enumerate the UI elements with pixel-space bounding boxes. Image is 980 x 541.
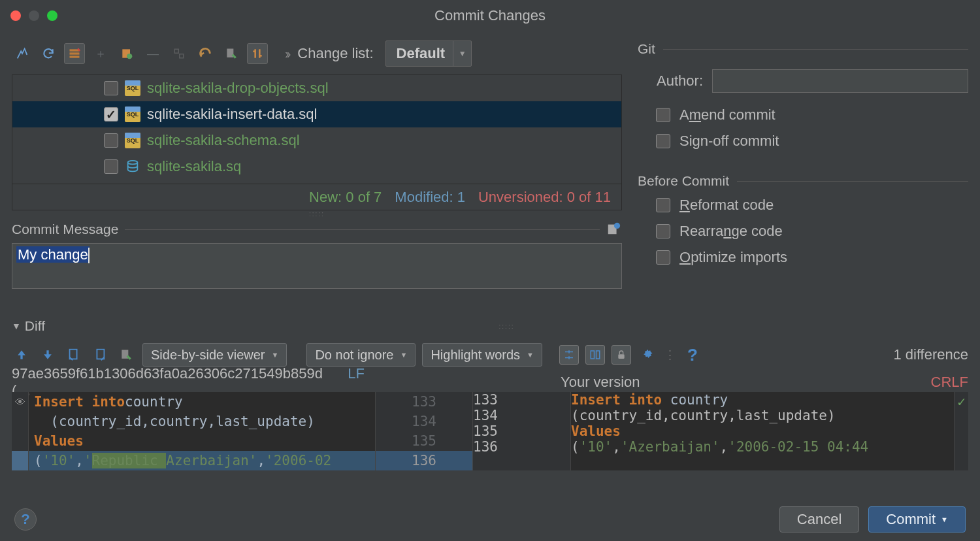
- accept-left-icon[interactable]: [64, 345, 84, 365]
- before-commit-section-label: Before Commit: [638, 173, 729, 189]
- preview-diff-icon[interactable]: [247, 43, 268, 64]
- optimize-option[interactable]: Optimize imports: [638, 244, 968, 270]
- window-controls: [10, 10, 57, 21]
- sync-scroll-icon[interactable]: [585, 345, 605, 365]
- diff-viewer: 👁 Insert into country (country_id,countr…: [12, 392, 968, 470]
- changes-summary: New: 0 of 7 Modified: 1 Unversioned: 0 o…: [12, 184, 622, 210]
- file-row[interactable]: sqlite-sakila.sq: [12, 154, 621, 180]
- show-diff-icon[interactable]: [12, 43, 33, 64]
- file-checkbox[interactable]: ✓: [104, 107, 118, 122]
- right-encoding: CRLF: [931, 374, 968, 391]
- svg-rect-1: [70, 52, 80, 54]
- changelist-label: Change list:: [297, 45, 373, 62]
- author-label: Author:: [638, 73, 703, 90]
- lock-icon[interactable]: [612, 345, 631, 365]
- signoff-checkbox[interactable]: [656, 134, 670, 148]
- svg-rect-17: [618, 354, 624, 359]
- right-line-numbers: 133 134 135 136: [473, 392, 571, 470]
- summary-new: New: 0 of 7: [309, 189, 382, 206]
- expand-all-icon[interactable]: ＋: [90, 43, 111, 64]
- minimize-window-button[interactable]: [29, 10, 39, 21]
- left-line-numbers: 133 134 135 136: [375, 392, 473, 470]
- collapse-icon[interactable]: —: [142, 43, 163, 64]
- commit-message-header: Commit Message: [12, 220, 622, 239]
- svg-point-9: [128, 161, 138, 165]
- checkmark-icon[interactable]: ✓: [955, 392, 968, 412]
- file-checkbox[interactable]: [104, 159, 118, 174]
- group-by-directory-icon[interactable]: [64, 43, 85, 64]
- reformat-option[interactable]: Reformat code: [638, 192, 968, 218]
- reformat-checkbox[interactable]: [656, 198, 670, 212]
- sql-file-icon: SQL: [125, 133, 140, 148]
- signoff-label: Sign-off commit: [679, 133, 779, 150]
- signoff-commit-option[interactable]: Sign-off commit: [638, 128, 968, 154]
- settings-gear-icon[interactable]: [638, 345, 657, 365]
- changes-file-list: SQL sqlite-sakila-drop-objects.sql ✓ SQL…: [12, 74, 622, 184]
- file-checkbox[interactable]: [104, 133, 118, 148]
- prev-diff-icon[interactable]: [12, 345, 31, 365]
- resize-grip[interactable]: :::::: [12, 210, 622, 217]
- help-button[interactable]: ?: [14, 508, 37, 531]
- rearrange-label: Rearrange code: [679, 223, 783, 240]
- changelist-icon[interactable]: [116, 43, 137, 64]
- file-row[interactable]: SQL sqlite-sakila-drop-objects.sql: [12, 75, 621, 101]
- commit-button[interactable]: Commit▼: [868, 506, 966, 533]
- svg-point-5: [127, 54, 132, 59]
- edit-source-icon[interactable]: [221, 43, 242, 64]
- amend-commit-option[interactable]: Amend commit: [638, 102, 968, 128]
- svg-rect-2: [70, 56, 80, 57]
- rearrange-option[interactable]: Rearrange code: [638, 218, 968, 244]
- collapse-triangle-icon: ▼: [12, 321, 21, 331]
- zoom-window-button[interactable]: [47, 10, 57, 21]
- right-diff-pane[interactable]: Insert into country (country_id,country,…: [571, 392, 954, 470]
- amend-label: Amend commit: [679, 107, 776, 123]
- right-revision-label: Your version: [561, 374, 640, 391]
- refresh-icon[interactable]: [38, 43, 59, 64]
- changelist-value: Default: [397, 45, 446, 62]
- chevron-down-icon: ▼: [453, 41, 471, 66]
- cancel-button[interactable]: Cancel: [779, 506, 859, 533]
- titlebar: Commit Changes: [0, 0, 980, 31]
- file-name: sqlite-sakila.sq: [147, 158, 241, 175]
- svg-rect-15: [591, 351, 594, 359]
- edit-icon[interactable]: [116, 345, 136, 365]
- commit-message-text: My change: [16, 246, 90, 263]
- ignore-select[interactable]: Do not ignore▼: [306, 343, 416, 367]
- commit-message-label: Commit Message: [12, 221, 118, 237]
- summary-modified: Modified: 1: [395, 189, 465, 206]
- svg-rect-6: [174, 49, 178, 53]
- database-file-icon: [125, 159, 140, 174]
- resize-grip[interactable]: :::::: [499, 323, 515, 330]
- window-title: Commit Changes: [434, 7, 546, 24]
- changes-toolbar: ＋ — ›› Change list: Default ▼: [12, 38, 622, 69]
- summary-unversioned: Unversioned: 0 of 11: [478, 189, 611, 206]
- help-icon[interactable]: ?: [683, 345, 702, 365]
- file-checkbox[interactable]: [104, 81, 118, 95]
- left-diff-pane[interactable]: Insert into country (country_id,country,…: [29, 392, 375, 470]
- message-history-icon[interactable]: [606, 221, 622, 237]
- collapse-unchanged-icon[interactable]: [559, 345, 579, 365]
- highlight-select[interactable]: Highlight words▼: [422, 343, 542, 367]
- inspections-eye-icon[interactable]: 👁: [12, 392, 28, 412]
- file-row[interactable]: SQL sqlite-sakila-schema.sql: [12, 127, 621, 154]
- right-gutter: ✓: [954, 392, 968, 470]
- amend-checkbox[interactable]: [656, 108, 670, 122]
- git-section-label: Git: [638, 41, 655, 57]
- author-input[interactable]: [712, 69, 968, 93]
- file-row[interactable]: ✓ SQL sqlite-sakila-insert-data.sql: [12, 101, 621, 127]
- toggle-checkboxes-icon[interactable]: [169, 43, 189, 64]
- diff-section-header[interactable]: ▼ Diff :::::: [0, 315, 980, 337]
- rollback-icon[interactable]: [195, 43, 216, 64]
- changelist-select[interactable]: Default ▼: [385, 41, 472, 67]
- close-window-button[interactable]: [10, 10, 21, 21]
- reformat-label: Reformat code: [679, 197, 774, 214]
- accept-right-icon[interactable]: [90, 345, 110, 365]
- next-diff-icon[interactable]: [38, 345, 57, 365]
- svg-rect-7: [180, 54, 184, 58]
- rearrange-checkbox[interactable]: [656, 224, 670, 238]
- viewer-mode-select[interactable]: Side-by-side viewer▼: [142, 343, 287, 367]
- commit-message-input[interactable]: My change: [12, 243, 622, 289]
- optimize-checkbox[interactable]: [656, 250, 670, 265]
- chevrons-icon: ››: [285, 46, 288, 61]
- left-gutter: 👁: [12, 392, 29, 470]
